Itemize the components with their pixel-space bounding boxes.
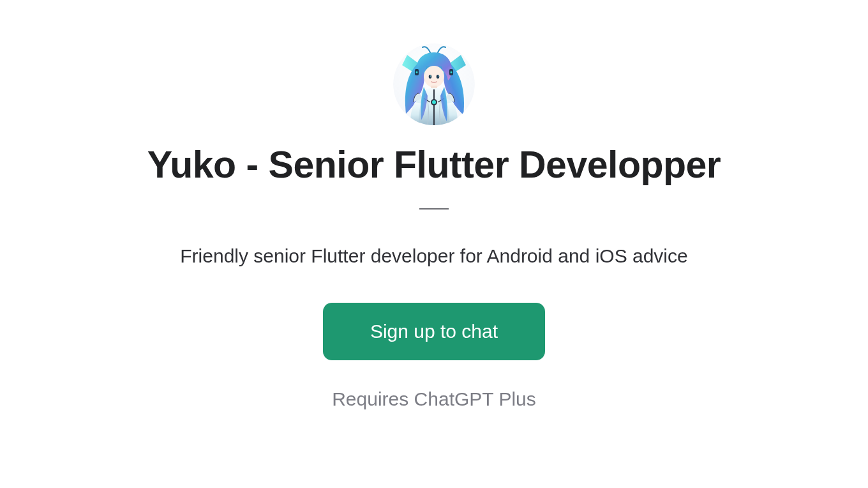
avatar-image <box>393 43 475 125</box>
avatar-illustration-icon <box>393 43 475 125</box>
signup-button[interactable]: Sign up to chat <box>323 303 545 360</box>
svg-point-5 <box>424 66 444 88</box>
svg-point-7 <box>437 75 440 79</box>
svg-point-12 <box>432 100 436 104</box>
page-subtitle: Friendly senior Flutter developer for An… <box>180 245 687 267</box>
plan-requirement-note: Requires ChatGPT Plus <box>332 388 536 410</box>
svg-point-8 <box>430 75 431 76</box>
svg-point-6 <box>429 75 432 79</box>
page-title: Yuko - Senior Flutter Developper <box>147 143 721 187</box>
divider <box>419 208 449 210</box>
svg-point-4 <box>451 72 453 73</box>
svg-point-9 <box>438 75 438 76</box>
svg-point-3 <box>416 72 418 73</box>
avatar <box>393 43 475 125</box>
